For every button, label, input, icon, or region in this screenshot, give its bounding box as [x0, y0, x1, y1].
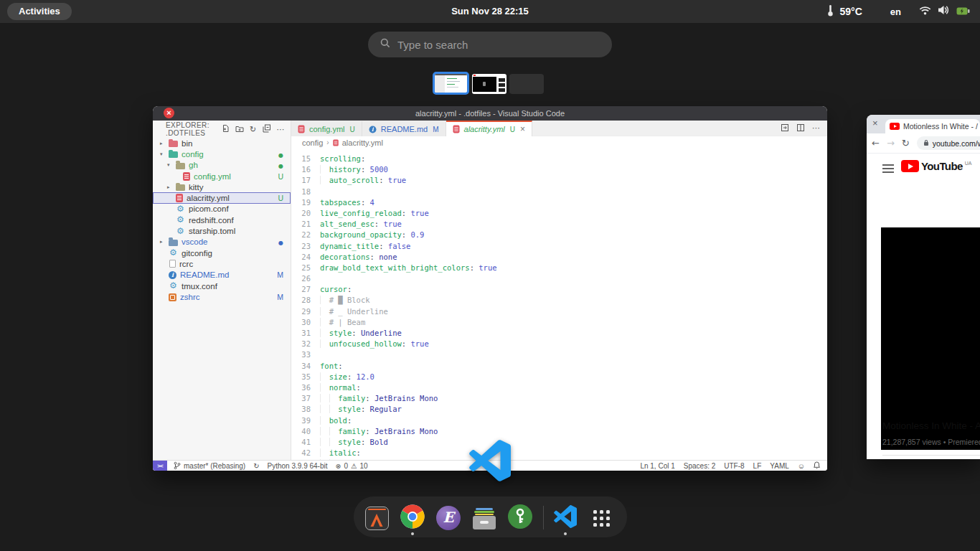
git-dot-icon: ●	[278, 163, 283, 169]
running-indicator-vscode	[564, 532, 567, 535]
editor-tab-readme-md[interactable]: README.mdM	[362, 121, 446, 136]
code-text: dynamic_title: false	[320, 241, 410, 252]
code-line: 42 italic:	[291, 448, 827, 458]
info-file-icon	[369, 126, 376, 133]
explorer-item-kitty[interactable]: ▸kitty	[153, 182, 291, 192]
dock-item-app-grid[interactable]	[587, 504, 616, 532]
editor-tabs: config.ymlUREADME.mdMalacritty.ymlU×	[291, 121, 532, 136]
remote-indicator[interactable]: ><	[153, 461, 167, 471]
explorer-item-starship-toml[interactable]: ⚙starship.toml	[153, 225, 291, 236]
git-branch-item[interactable]: master* (Rebasing)	[174, 461, 245, 470]
split-editor-icon[interactable]	[796, 122, 805, 135]
python-interpreter-item[interactable]: Python 3.9.9 64-bit	[268, 462, 328, 470]
code-text: unfocused_hollow: true	[320, 339, 429, 349]
dock-item-emacs[interactable]: E	[434, 504, 463, 532]
explorer-item-rcrc[interactable]: rcrc	[153, 258, 291, 269]
more-actions-icon[interactable]: ⋯	[812, 123, 821, 133]
address-bar[interactable]: youtube.com/wa	[917, 136, 980, 150]
hamburger-menu-icon[interactable]	[882, 164, 894, 175]
chrome-window[interactable]: × Motionless In White - / ← → ↻ youtube.…	[867, 115, 980, 459]
vscode-window[interactable]: alacritty.yml - .dotfiles - Visual Studi…	[153, 106, 827, 471]
eol-item[interactable]: LF	[753, 462, 762, 470]
dock-item-alacritty[interactable]	[362, 504, 391, 532]
line-number: 22	[291, 230, 320, 240]
explorer-item-gh[interactable]: ▾gh●	[153, 160, 291, 171]
video-meta: 21,287,857 views • Premiered Dec	[882, 438, 980, 446]
explorer-item-bin[interactable]: ▸bin	[153, 138, 291, 149]
status-right: Ln 1, Col 1 Spaces: 2 UTF-8 LF YAML ☺	[640, 461, 827, 471]
more-actions-icon[interactable]: ⋯	[277, 126, 285, 133]
sync-icon[interactable]: ↻	[253, 462, 259, 470]
feedback-icon[interactable]: ☺	[798, 462, 805, 470]
dock-item-chrome[interactable]	[398, 504, 427, 532]
tab-dirty-badge: U	[510, 126, 515, 133]
youtube-logo[interactable]: YouTube UA	[901, 160, 971, 172]
code-text: bold:	[320, 415, 352, 426]
language-mode-item[interactable]: YAML	[770, 462, 789, 470]
breadcrumb[interactable]: config › alacritty.yml	[291, 136, 827, 149]
workspace-thumbnail-active[interactable]	[433, 72, 469, 95]
window-close-button[interactable]: ×	[164, 108, 174, 118]
new-folder-icon[interactable]	[235, 125, 244, 134]
explorer-item-config[interactable]: ▾config●	[153, 149, 291, 159]
chrome-active-tab[interactable]: Motionless In White - /	[885, 119, 980, 133]
search-input[interactable]	[397, 39, 591, 51]
line-number: 20	[291, 208, 320, 219]
mini-sidebar	[435, 75, 445, 93]
explorer-item-tmux-conf[interactable]: ⚙tmux.conf	[153, 281, 291, 291]
explorer-item-readme-md[interactable]: README.mdM	[153, 270, 291, 281]
window-close-button[interactable]: ×	[872, 118, 878, 128]
warnings-count: 10	[360, 462, 368, 470]
toggle-layout-icon[interactable]	[781, 122, 789, 135]
explorer-item-redshift-conf[interactable]: ⚙redshift.conf	[153, 215, 291, 225]
editor-tab-alacritty-yml[interactable]: alacritty.ymlU×	[446, 121, 533, 136]
cursor-position-item[interactable]: Ln 1, Col 1	[640, 462, 674, 470]
workspace-thumbnail-empty[interactable]	[509, 74, 544, 94]
explorer-item-zshrc[interactable]: zshrcM	[153, 291, 291, 302]
editor-code[interactable]: 15scrolling:16 history: 500017 auto_scro…	[291, 149, 827, 460]
code-line: 37 family: JetBrains Mono	[291, 393, 827, 404]
file-label: config	[182, 150, 204, 159]
explorer-item-picom-conf[interactable]: ⚙picom.conf	[153, 204, 291, 215]
search-icon	[380, 38, 390, 51]
encoding-item[interactable]: UTF-8	[724, 462, 744, 470]
code-text: style: Underline	[320, 328, 402, 339]
vscode-titlebar[interactable]: alacritty.yml - .dotfiles - Visual Studi…	[153, 106, 827, 121]
breadcrumb-parent[interactable]: config	[302, 138, 323, 147]
back-icon[interactable]: ←	[872, 138, 880, 149]
line-number: 30	[291, 317, 320, 328]
forward-icon[interactable]: →	[887, 138, 895, 149]
system-status-area[interactable]: 59°C en	[827, 0, 970, 23]
workspace-thumbnail-2[interactable]	[472, 74, 507, 94]
explorer-item-vscode[interactable]: ▸vscode●	[153, 237, 291, 248]
reload-icon[interactable]: ↻	[902, 138, 910, 149]
yaml-file-icon	[453, 126, 459, 133]
line-number: 18	[291, 187, 320, 197]
youtube-region-badge: UA	[965, 161, 972, 166]
code-line: 19tabspaces: 4	[291, 197, 827, 208]
url-text: youtube.com/wa	[933, 139, 980, 148]
indentation-item[interactable]: Spaces: 2	[684, 462, 715, 470]
problems-item[interactable]: ⊗ 0 ⚠ 10	[336, 462, 368, 470]
git-dot-icon: ●	[278, 240, 283, 246]
dock-item-vscode[interactable]	[551, 504, 580, 532]
code-line: 16 history: 5000	[291, 164, 827, 175]
explorer-item-alacritty-yml[interactable]: alacritty.ymlU	[153, 192, 291, 203]
collapse-all-icon[interactable]	[263, 124, 271, 134]
code-text: draw_bold_text_with_bright_colors: true	[320, 263, 497, 273]
explorer-item-gitconfig[interactable]: ⚙gitconfig	[153, 248, 291, 258]
dock-item-files[interactable]	[470, 504, 499, 532]
breadcrumb-file[interactable]: alacritty.yml	[342, 138, 383, 147]
vscode-app-badge-icon	[469, 440, 511, 481]
refresh-icon[interactable]: ↻	[250, 126, 257, 133]
editor-tab-config-yml[interactable]: config.ymlU	[291, 121, 362, 136]
tab-close-icon[interactable]: ×	[520, 125, 525, 133]
mini-thumb	[499, 78, 505, 82]
new-file-icon[interactable]	[222, 124, 230, 134]
search-bar[interactable]	[368, 32, 612, 57]
explorer-item-config-yml[interactable]: config.ymlU	[153, 171, 291, 182]
dock-item-keepass[interactable]	[506, 504, 534, 532]
code-text: auto_scroll: true	[320, 175, 406, 186]
video-player[interactable]	[881, 227, 980, 450]
notifications-bell-icon[interactable]	[814, 461, 820, 471]
